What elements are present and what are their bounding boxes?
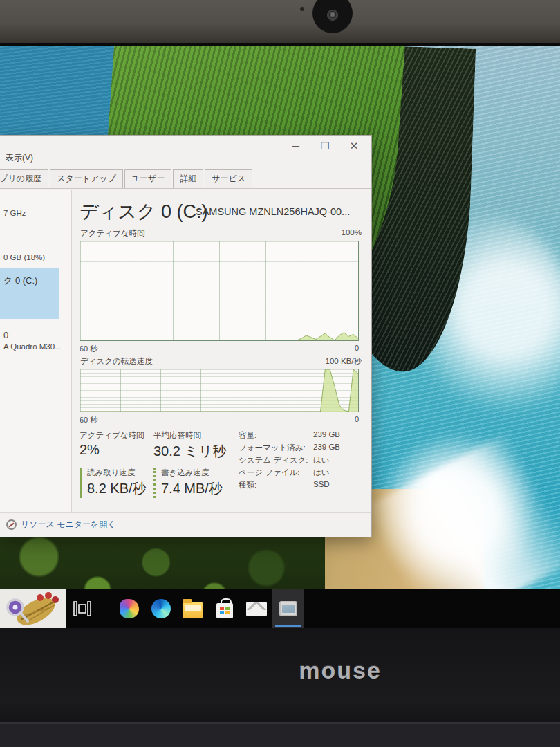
- tab-details[interactable]: 詳細: [173, 169, 203, 188]
- microsoft-store-icon: [216, 603, 233, 618]
- sidebar-item-disk-label: ク 0 (C:): [3, 275, 37, 287]
- sidebar-item-disk[interactable]: ク 0 (C:): [0, 268, 59, 319]
- capacity-label: 容量:: [239, 430, 313, 441]
- type-value: SSD: [313, 480, 330, 490]
- tab-bar: アプリの履歴 スタートアップ ユーザー 詳細 サービス: [0, 170, 372, 189]
- menu-bar: 表示(V): [0, 151, 371, 166]
- active-time-chart: [80, 241, 359, 341]
- page-file-value: はい: [313, 468, 330, 478]
- read-speed-stat-value: 8.2 KB/秒: [87, 479, 147, 498]
- taskbar: [0, 589, 560, 628]
- sidebar-item-gpu-detail: A Quadro M30...: [3, 342, 62, 351]
- property-row: 容量: 239 GB: [239, 430, 370, 441]
- disk-stats: アクティブな時間 2% 平均応答時間 30.2 ミリ秒 読み取り速度 8.2 K…: [80, 430, 370, 499]
- menu-item-view[interactable]: 表示(V): [6, 152, 33, 164]
- wallpaper-sea-foam: [374, 189, 560, 443]
- task-view-button[interactable]: [66, 589, 98, 628]
- type-label: 種類:: [239, 480, 313, 490]
- axis-60s: 60 秒: [80, 415, 97, 425]
- task-manager-button[interactable]: [272, 589, 304, 628]
- write-speed-stat-label: 書き込み速度: [161, 468, 223, 478]
- axis-0: 0: [355, 415, 359, 423]
- axis-0: 0: [355, 344, 359, 352]
- formatted-value: 239 GB: [313, 443, 340, 453]
- avg-response-stat-value: 30.2 ミリ秒: [153, 442, 226, 461]
- edge-icon: [151, 599, 171, 618]
- property-row: フォーマット済み: 239 GB: [239, 443, 370, 453]
- resource-monitor-icon: [6, 519, 17, 530]
- property-row: システム ディスク: はい: [239, 455, 370, 465]
- sidebar-item-gpu[interactable]: 0: [3, 330, 8, 340]
- copilot-button[interactable]: [113, 589, 145, 628]
- active-time-stat-value: 2%: [80, 442, 144, 458]
- tab-services[interactable]: サービス: [205, 169, 252, 188]
- resource-monitor-link[interactable]: リソース モニターを開く: [6, 519, 116, 531]
- wallpaper-shore-foam: [359, 416, 554, 611]
- tab-app-history[interactable]: アプリの履歴: [0, 169, 48, 188]
- wallpaper-ocean-right: [360, 46, 560, 628]
- webcam: [312, 0, 353, 33]
- file-explorer-icon: [183, 602, 203, 618]
- tab-users[interactable]: ユーザー: [124, 169, 172, 188]
- transfer-rate-chart-label: ディスクの転送速度: [80, 356, 153, 367]
- formatted-label: フォーマット済み:: [239, 443, 313, 453]
- laptop-screen: ─ ❒ ✕ 表示(V) アプリの履歴 スタートアップ ユーザー 詳細 サービス …: [0, 43, 560, 628]
- performance-sidebar: 7 GHz 0 GB (18%) ク 0 (C:) 0 A Quadro M30…: [0, 190, 72, 513]
- capacity-value: 239 GB: [313, 430, 340, 441]
- resource-monitor-link-label: リソース モニターを開く: [21, 519, 116, 531]
- laptop-photo: ─ ❒ ✕ 表示(V) アプリの履歴 スタートアップ ユーザー 詳細 サービス …: [0, 0, 560, 747]
- search-box[interactable]: [0, 589, 66, 628]
- transfer-rate-chart-max: 100 KB/秒: [326, 356, 362, 367]
- active-time-chart-label: アクティブな時間: [80, 228, 145, 239]
- disk-model: SAMSUNG MZNLN256HAJQ-00...: [196, 206, 350, 217]
- axis-60s: 60 秒: [80, 344, 97, 354]
- transfer-rate-axis: 60 秒 0: [80, 415, 359, 425]
- write-speed-stat-value: 7.4 MB/秒: [161, 479, 223, 498]
- avg-response-stat-label: 平均応答時間: [153, 430, 226, 441]
- mail-button[interactable]: [241, 589, 272, 628]
- disk-panel: ディスク 0 (C:) SAMSUNG MZNLN256HAJQ-00... ア…: [73, 190, 371, 513]
- read-speed-stat-label: 読み取り速度: [87, 468, 147, 478]
- property-row: ページ ファイル: はい: [239, 468, 370, 478]
- task-manager-window: ─ ❒ ✕ 表示(V) アプリの履歴 スタートアップ ユーザー 詳細 サービス …: [0, 135, 372, 537]
- laptop-base: [0, 724, 560, 747]
- bottom-bezel: mouse: [0, 628, 560, 747]
- tab-startup[interactable]: スタートアップ: [50, 169, 123, 188]
- search-illustration-icon: [0, 589, 66, 628]
- microsoft-store-button[interactable]: [209, 589, 241, 628]
- transfer-rate-chart: [80, 369, 359, 412]
- mail-icon: [246, 602, 267, 616]
- task-view-icon: [73, 601, 91, 616]
- active-time-axis: 60 秒 0: [80, 344, 359, 354]
- active-app-indicator: [275, 625, 301, 627]
- disk-properties: 容量: 239 GB フォーマット済み: 239 GB システム ディスク: は…: [239, 430, 370, 492]
- copilot-icon: [120, 599, 139, 618]
- microphone-hole: [300, 7, 304, 11]
- system-disk-label: システム ディスク:: [239, 455, 313, 465]
- page-file-label: ページ ファイル:: [239, 468, 313, 478]
- sidebar-item-cpu[interactable]: 7 GHz: [3, 209, 26, 217]
- top-bezel: [0, 0, 560, 43]
- property-row: 種類: SSD: [239, 480, 370, 490]
- task-manager-icon: [279, 601, 297, 616]
- active-time-chart-max: 100%: [342, 228, 362, 237]
- file-explorer-button[interactable]: [177, 589, 209, 628]
- edge-button[interactable]: [145, 589, 177, 628]
- system-disk-value: はい: [313, 455, 330, 465]
- window-footer: リソース モニターを開く: [0, 512, 371, 537]
- sidebar-item-memory[interactable]: 0 GB (18%): [3, 253, 45, 261]
- webcam-lens-icon: [329, 11, 336, 18]
- brand-logo: mouse: [299, 657, 382, 684]
- active-time-stat-label: アクティブな時間: [80, 430, 144, 441]
- disk-title: ディスク 0 (C:): [80, 199, 208, 224]
